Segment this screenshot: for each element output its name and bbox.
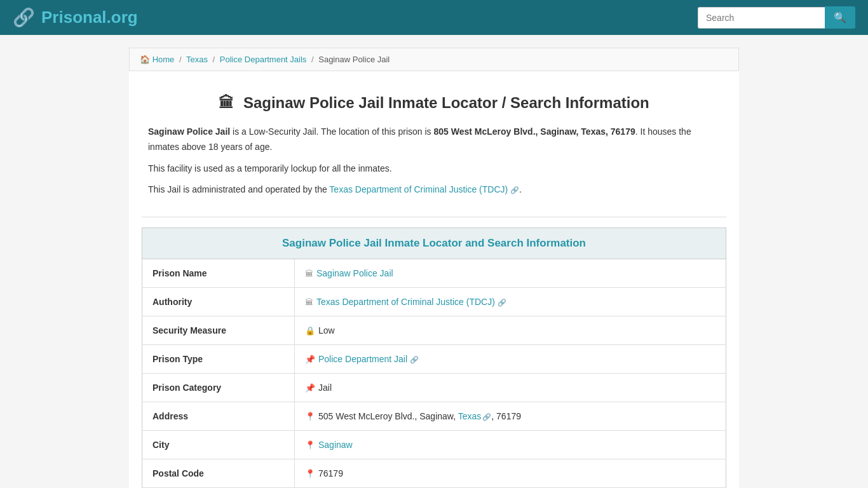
breadcrumb-sep2: / xyxy=(213,55,215,64)
breadcrumb-category[interactable]: Police Department Jails xyxy=(220,55,307,64)
breadcrumb: 🏠 Home / Texas / Police Department Jails… xyxy=(129,48,739,71)
state-link[interactable]: Texas xyxy=(458,411,482,421)
table-cell-label: Postal Code xyxy=(142,459,295,488)
breadcrumb-current: Saginaw Police Jail xyxy=(318,55,390,64)
table-cell-value: 📍76179 xyxy=(295,459,726,488)
table-cell-label: Authority xyxy=(142,288,295,316)
desc-paragraph-3: This Jail is administrated and operated … xyxy=(148,182,720,198)
table-cell-link[interactable]: Saginaw xyxy=(318,440,353,450)
table-cell-label: Security Measure xyxy=(142,316,295,345)
table-cell-value: 📌Police Department Jail🔗 xyxy=(295,345,726,374)
table-row: Authority🏛Texas Department of Criminal J… xyxy=(142,288,726,316)
search-area: 🔍 xyxy=(698,6,855,29)
page-title-area: 🏛 Saginaw Police Jail Inmate Locator / S… xyxy=(129,84,739,118)
external-icon-desc: 🔗 xyxy=(510,186,519,194)
cell-icon: 🏛 xyxy=(305,297,313,307)
breadcrumb-state[interactable]: Texas xyxy=(186,55,208,64)
table-cell-value: 🏛Saginaw Police Jail xyxy=(295,259,726,288)
cell-icon: 📌 xyxy=(305,355,315,364)
breadcrumb-sep1: / xyxy=(179,55,182,64)
table-cell-value: 🔒Low xyxy=(295,316,726,345)
breadcrumb-sep3: / xyxy=(311,55,314,64)
table-cell-value: 📍Saginaw xyxy=(295,431,726,459)
info-table-body: Prison Name🏛Saginaw Police JailAuthority… xyxy=(142,259,726,488)
info-table: Prison Name🏛Saginaw Police JailAuthority… xyxy=(142,259,726,488)
table-cell-text: 505 West McLeroy Blvd., Saginaw, xyxy=(318,411,458,421)
table-cell-label: Address xyxy=(142,402,295,431)
info-section: Saginaw Police Jail Inmate Locator and S… xyxy=(129,227,739,488)
header: 🔗 Prisonal.org 🔍 xyxy=(0,0,868,35)
cell-icon: 📌 xyxy=(305,383,315,393)
jail-name-bold: Saginaw Police Jail xyxy=(148,126,230,137)
breadcrumb-home[interactable]: Home xyxy=(153,55,175,64)
table-cell-value: 📌Jail xyxy=(295,374,726,402)
search-input[interactable] xyxy=(698,7,825,29)
table-cell-link[interactable]: Police Department Jail xyxy=(318,354,407,364)
tdcj-link-desc[interactable]: Texas Department of Criminal Justice (TD… xyxy=(329,184,508,194)
cell-icon: 📍 xyxy=(305,412,315,421)
table-row: Security Measure🔒Low xyxy=(142,316,726,345)
logo-icon: 🔗 xyxy=(13,7,35,28)
info-section-title: Saginaw Police Jail Inmate Locator and S… xyxy=(142,227,726,259)
table-row: Prison Category📌Jail xyxy=(142,374,726,402)
desc-line3-prefix: This Jail is administrated and operated … xyxy=(148,184,329,194)
table-cell-link[interactable]: Saginaw Police Jail xyxy=(316,268,393,278)
cell-icon: 📍 xyxy=(305,440,315,450)
table-row: Prison Type📌Police Department Jail🔗 xyxy=(142,345,726,374)
table-cell-value: 🏛Texas Department of Criminal Justice (T… xyxy=(295,288,726,316)
description: Saginaw Police Jail is a Low-Security Ja… xyxy=(129,118,739,217)
cell-icon: 🏛 xyxy=(305,269,313,278)
main-content: 🏠 Home / Texas / Police Department Jails… xyxy=(129,48,739,488)
table-row: Address📍505 West McLeroy Blvd., Saginaw,… xyxy=(142,402,726,431)
table-row: City📍Saginaw xyxy=(142,431,726,459)
cell-icon: 🔒 xyxy=(305,326,315,336)
table-cell-text: Low xyxy=(318,325,335,336)
logo-area: 🔗 Prisonal.org xyxy=(13,7,138,28)
logo-main: Prisonal xyxy=(41,8,107,27)
address-bold: 805 West McLeroy Blvd., Saginaw, Texas, … xyxy=(434,126,635,137)
table-cell-text: Jail xyxy=(318,383,332,393)
table-cell-label: Prison Name xyxy=(142,259,295,288)
table-cell-label: Prison Category xyxy=(142,374,295,402)
prison-icon: 🏛 xyxy=(219,94,234,111)
table-cell-text: 76179 xyxy=(318,468,343,478)
desc-paragraph-1: Saginaw Police Jail is a Low-Security Ja… xyxy=(148,125,720,155)
desc-paragraph-2: This facility is used as a temporarily l… xyxy=(148,161,720,177)
home-icon: 🏠 xyxy=(140,55,150,64)
table-row: Postal Code📍76179 xyxy=(142,459,726,488)
logo-text: Prisonal.org xyxy=(41,8,138,27)
table-cell-link[interactable]: Texas Department of Criminal Justice (TD… xyxy=(316,297,495,307)
table-row: Prison Name🏛Saginaw Police Jail xyxy=(142,259,726,288)
external-link-icon: 🔗 xyxy=(498,299,506,306)
desc-mid: is a Low-Security Jail. The location of … xyxy=(230,126,433,137)
divider xyxy=(142,217,726,217)
external-link-icon: 🔗 xyxy=(410,356,419,363)
state-external-icon: 🔗 xyxy=(482,413,491,421)
table-cell-value: 📍505 West McLeroy Blvd., Saginaw, Texas🔗… xyxy=(295,402,726,431)
search-button[interactable]: 🔍 xyxy=(825,6,855,29)
table-cell-label: Prison Type xyxy=(142,345,295,374)
desc-line3-suffix: . xyxy=(519,184,522,194)
logo-domain: .org xyxy=(107,8,138,27)
cell-icon: 📍 xyxy=(305,469,315,478)
page-title: 🏛 Saginaw Police Jail Inmate Locator / S… xyxy=(142,94,726,112)
table-cell-label: City xyxy=(142,431,295,459)
